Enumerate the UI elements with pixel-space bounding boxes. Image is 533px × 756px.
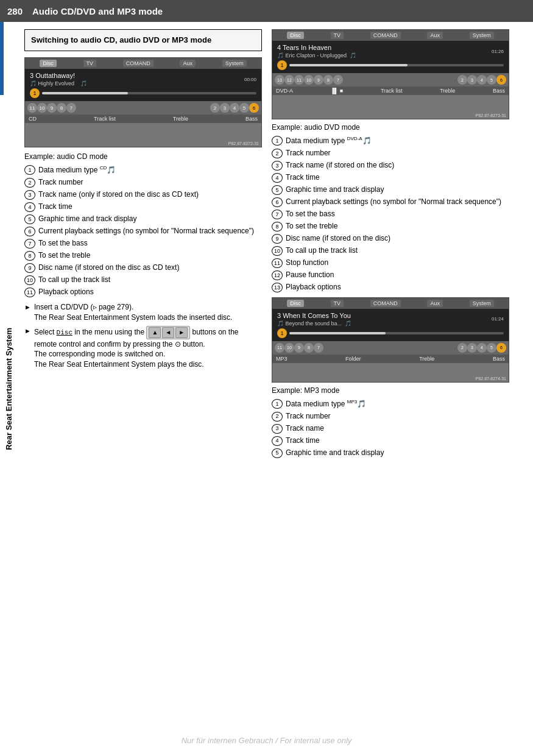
arrow-icon-2: ► [24,327,31,336]
mp3-tab-system: System [470,300,494,307]
arrow-icon-1: ► [24,303,31,312]
item-num-4: 4 [24,202,35,212]
list-item: 2 Track number [24,177,262,188]
item-num-10: 10 [24,275,35,285]
cd-n2: 2 [210,103,220,113]
mp3-item-num-5: 5 [272,448,283,458]
dvd-item-num-8: 8 [272,222,283,231]
button-group: ▲ ◄ ► [146,326,190,339]
list-item: 10 To call up the track list [272,246,509,256]
sidebar-blue-bar [0,22,4,95]
mp3-screenshot: Disc TV COMAND Aux System 3 When It Come… [272,297,509,383]
list-item: 4 Track time [24,202,262,212]
dvd-n9: 9 [314,75,323,85]
dvd-n13: 13 [275,75,284,85]
dvd-progress-bar [289,64,504,66]
right-column: Disc TV COMAND Aux System 4 Tears In Hea… [272,29,509,463]
mp3-song-display: 3 When It Comes To You 🎵 Beyond the soun… [272,309,509,341]
cd-n6: 6 [249,103,259,113]
item-num-9: 9 [24,263,35,273]
dvd-item-text-7: To set the bass [286,209,509,219]
mp3-label-mp3: MP3 [276,356,288,362]
page-number: 280 [7,6,23,16]
item-text-6: Current playback settings (no symbol for… [38,226,262,236]
dvd-label-bass: Bass [493,88,505,94]
dvd-label-treble: Treble [440,88,455,94]
dvd-item-text-13: Playback options [286,282,509,292]
dvd-item-text-11: Stop function [286,258,509,268]
dvd-item-num-3: 3 [272,161,283,171]
dvd-item-list: 1 Data medium type DVD-A🎵 2 Track number… [272,135,509,292]
list-item: 3 Track name [272,423,509,434]
item-text-11: Playback options [38,287,262,297]
dvd-n4: 4 [477,75,487,85]
dvd-n6: 6 [496,75,506,85]
cd-progress-bar [42,92,256,94]
arrow-text-1: Insert a CD/DVD (▹ page 279).The Rear Se… [34,302,262,323]
dvd-progress-fill [289,64,408,66]
dvd-n11: 11 [294,75,304,85]
dvd-n8: 8 [323,75,333,85]
list-item: 4 Track time [272,436,509,446]
cd-screenshot: Disc TV COMAND Aux System 3 Outtathaway!… [24,57,262,147]
cd-label-tracklist: Track list [94,116,116,122]
sidebar: Rear Seat Entertainment System [0,22,17,756]
dvd-item-text-1: Data medium type DVD-A🎵 [286,135,509,146]
dvd-bottom-row: DVD-A ▐▌ ■ Track list Treble Bass [272,87,509,95]
list-item: 6 Current playback settings (no symbol f… [24,226,262,236]
mp3-progress-fill [289,332,386,334]
dvd-item-num-10: 10 [272,246,283,256]
cd-numbers-row: 11 10 9 8 7 2 3 4 5 6 [25,101,261,115]
dvd-tab-tv: TV [331,32,344,39]
list-item: 7 To set the bass [272,209,509,219]
mp3-n4: 4 [477,343,487,353]
list-item: 3 Track name (if stored on the disc) [272,160,509,171]
dvd-n10: 10 [304,75,314,85]
cd-example-label: Example: audio CD mode [24,152,262,161]
dvd-item-num-2: 2 [272,149,283,158]
cd-label-treble: Treble [173,116,188,122]
dvd-item-num-9: 9 [272,234,283,244]
mp3-item-text-3: Track name [286,423,509,434]
list-item: 9 Disc name (if stored on the disc) [272,233,509,244]
list-item: 9 Disc name (if stored on the disc as CD… [24,263,262,273]
dvd-n2: 2 [457,75,467,85]
item-text-2: Track number [38,177,262,188]
mp3-ref: P82.87-8274-31 [476,376,506,381]
item-num-3: 3 [24,190,35,200]
sidebar-label: Rear Seat Entertainment System [4,328,13,450]
dvd-time: 01:26 [492,49,504,54]
dvd-ref: P82.87-8273-31 [476,113,506,118]
mp3-tab-comand: COMAND [370,300,401,307]
item-text-7: To set the bass [38,238,262,249]
main-content: Switching to audio CD, audio DVD or MP3 … [17,22,533,470]
dvd-item-num-13: 13 [272,283,283,292]
mp3-item-text-2: Track number [286,411,509,422]
arrow-list: ► Insert a CD/DVD (▹ page 279).The Rear … [24,302,262,370]
dvd-tab-system: System [470,32,494,39]
header-title: Audio CD/DVD and MP3 mode [32,6,163,16]
mp3-n7: 7 [314,343,323,353]
mp3-n5: 5 [487,343,496,353]
dvd-item-num-11: 11 [272,258,283,268]
item-text-4: Track time [38,202,262,212]
dvd-n5: 5 [487,75,496,85]
list-item: 11 Stop function [272,258,509,268]
left-column: Switching to audio CD, audio DVD or MP3 … [24,29,262,463]
dvd-tab-disc: Disc [287,32,304,39]
cd-song-sub: 🎵 Highly Evolved 🎵 [30,80,87,87]
list-item: 5 Graphic time and track display [272,448,509,458]
mp3-n8: 8 [304,343,314,353]
list-item: 10 To call up the track list [24,275,262,285]
cd-n4: 4 [230,103,239,113]
mp3-n9: 9 [294,343,304,353]
cd-n5: 5 [239,103,249,113]
dvd-numbers-row: 13 12 11 10 9 8 7 2 3 4 5 6 [272,73,509,87]
btn-back: ◄ [162,327,174,338]
dvd-item-num-5: 5 [272,185,283,195]
cd-tab-comand: COMAND [123,60,154,67]
cd-top-bar: Disc TV COMAND Aux System [25,58,261,69]
list-item: 1 Data medium type CD🎵 [24,164,262,175]
item-num-7: 7 [24,239,35,249]
list-item: 8 To set the treble [272,221,509,231]
